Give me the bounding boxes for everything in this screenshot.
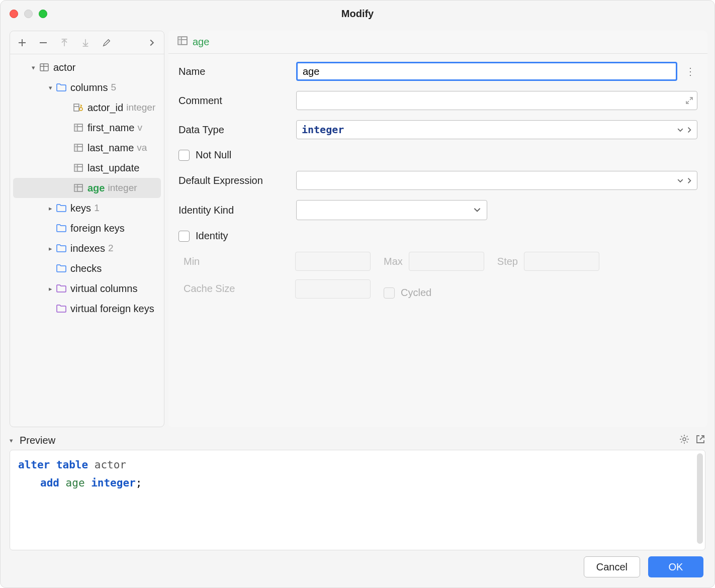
move-up-button[interactable] — [57, 36, 71, 50]
cancel-button[interactable]: Cancel — [584, 556, 640, 577]
table-icon — [38, 62, 50, 72]
svg-point-13 — [683, 438, 686, 441]
identity-label: Identity — [196, 230, 228, 242]
folder-icon — [55, 83, 67, 91]
comment-input[interactable] — [296, 91, 697, 110]
min-label: Min — [184, 256, 289, 267]
window-title: Modify — [341, 8, 374, 20]
identitykind-label: Identity Kind — [178, 205, 296, 216]
sql-preview[interactable]: alter table actor add age integer; — [10, 450, 705, 550]
tree-folder-virtual-foreign-keys[interactable]: virtual foreign keys — [10, 299, 164, 319]
window-zoom-button[interactable] — [39, 10, 47, 18]
preview-title: Preview — [20, 435, 55, 446]
name-label: Name — [178, 66, 296, 77]
tree-table-actor[interactable]: ▾ actor — [10, 57, 164, 77]
folder-icon — [55, 264, 67, 272]
preview-toggle[interactable]: ▾ — [10, 437, 20, 444]
folder-icon — [55, 284, 67, 292]
tree-column-age[interactable]: age integer — [13, 178, 161, 198]
structure-tree[interactable]: ▾ actor ▾ columns 5 actor_id int — [10, 54, 164, 427]
preview-section: ▾ Preview alter table actor add age inte… — [10, 431, 705, 550]
popout-icon[interactable] — [695, 434, 705, 447]
step-label: Step — [497, 256, 518, 267]
identitykind-select[interactable] — [296, 200, 487, 220]
cycled-checkbox[interactable] — [384, 287, 395, 299]
add-button[interactable] — [15, 36, 29, 50]
column-editor: age Name ⋮ Comment — [168, 31, 707, 427]
tree-folder-columns[interactable]: ▾ columns 5 — [10, 77, 164, 97]
column-icon — [72, 144, 84, 152]
name-options-button[interactable]: ⋮ — [683, 65, 697, 77]
window-minimize-button[interactable] — [24, 10, 33, 18]
tree-column-last-name[interactable]: last_name va — [10, 138, 164, 158]
sidebar-toolbar — [10, 31, 164, 54]
edit-button[interactable] — [100, 36, 114, 50]
min-input[interactable] — [295, 252, 371, 271]
chevron-down-icon[interactable] — [677, 124, 683, 136]
remove-button[interactable] — [36, 36, 50, 50]
svg-point-2 — [79, 108, 82, 111]
name-input[interactable] — [296, 62, 677, 81]
notnull-checkbox[interactable] — [178, 150, 190, 161]
structure-sidebar: ▾ actor ▾ columns 5 actor_id int — [10, 31, 164, 427]
cachesize-label: Cache Size — [184, 283, 289, 295]
tree-folder-virtual-columns[interactable]: ▸ virtual columns — [10, 278, 164, 299]
max-input[interactable] — [409, 252, 484, 271]
folder-icon — [55, 244, 67, 252]
gear-icon[interactable] — [679, 434, 689, 447]
column-icon — [177, 36, 188, 48]
notnull-label: Not Null — [196, 149, 231, 161]
folder-icon — [55, 204, 67, 212]
titlebar: Modify — [1, 1, 714, 27]
tree-folder-foreign-keys[interactable]: foreign keys — [10, 218, 164, 238]
comment-label: Comment — [178, 95, 296, 107]
folder-icon — [55, 224, 67, 232]
cycled-label: Cycled — [401, 287, 431, 299]
svg-rect-10 — [74, 184, 77, 191]
column-icon — [72, 124, 84, 132]
chevron-right-icon[interactable] — [686, 124, 692, 136]
breadcrumb-column: age — [193, 36, 209, 48]
folder-icon — [55, 305, 67, 313]
tree-column-last-update[interactable]: last_update — [10, 158, 164, 178]
scrollbar[interactable] — [697, 453, 703, 544]
tree-folder-keys[interactable]: ▸ keys 1 — [10, 198, 164, 218]
tree-folder-checks[interactable]: checks — [10, 258, 164, 278]
datatype-label: Data Type — [178, 124, 296, 136]
chevron-right-icon[interactable] — [686, 175, 692, 186]
svg-rect-4 — [74, 124, 77, 131]
tree-folder-indexes[interactable]: ▸ indexes 2 — [10, 238, 164, 258]
move-down-button[interactable] — [78, 36, 93, 50]
default-label: Default Expression — [178, 175, 296, 186]
column-icon — [72, 184, 84, 192]
dialog-footer: Cancel OK — [1, 556, 714, 587]
step-input[interactable] — [524, 252, 599, 271]
cachesize-input[interactable] — [295, 279, 371, 299]
chevron-right-icon[interactable] — [145, 36, 159, 50]
window-close-button[interactable] — [10, 10, 18, 18]
chevron-down-icon[interactable] — [677, 175, 683, 186]
svg-rect-8 — [74, 164, 77, 171]
tree-column-first-name[interactable]: first_name v — [10, 118, 164, 138]
svg-rect-0 — [40, 64, 48, 71]
tree-column-actor-id[interactable]: actor_id integer — [10, 97, 164, 118]
editor-header: age — [168, 31, 707, 54]
max-label: Max — [384, 256, 403, 267]
ok-button[interactable]: OK — [648, 556, 703, 577]
svg-rect-12 — [178, 37, 182, 45]
identity-checkbox[interactable] — [178, 231, 190, 242]
datatype-input[interactable] — [296, 120, 697, 139]
svg-rect-6 — [74, 144, 77, 151]
pk-column-icon — [72, 103, 84, 112]
default-input[interactable] — [296, 171, 697, 190]
column-icon — [72, 164, 84, 172]
svg-rect-1 — [74, 104, 79, 111]
chevron-down-icon — [474, 205, 481, 216]
